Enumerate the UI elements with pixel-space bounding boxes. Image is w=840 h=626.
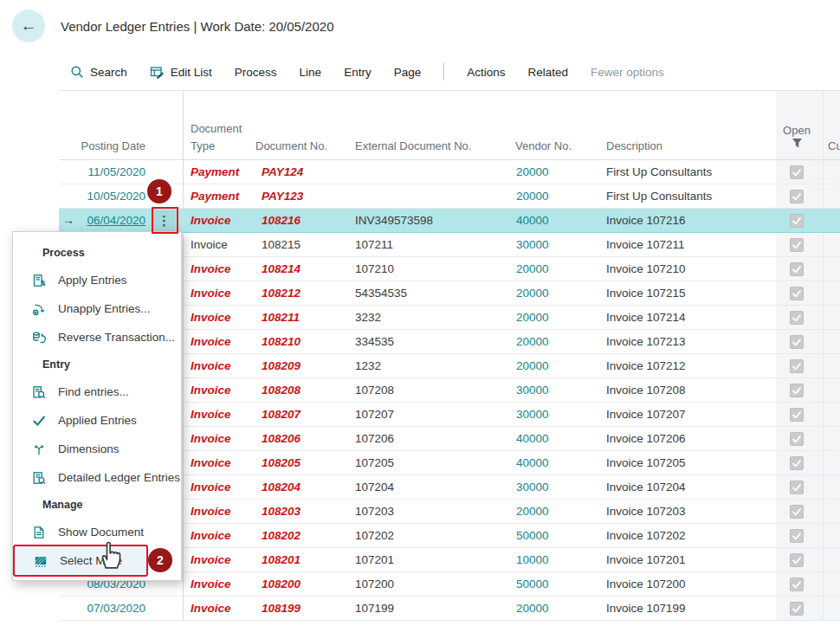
open-checkbox[interactable] — [790, 481, 804, 494]
menu-actions[interactable]: Actions — [467, 66, 505, 79]
column-header-document-no[interactable]: Document No. — [255, 139, 327, 152]
open-cell — [776, 475, 817, 499]
apply-entries-icon — [32, 274, 46, 287]
external-document-no-cell: 107210 — [355, 257, 515, 281]
vendor-no-link[interactable]: 20000 — [515, 184, 606, 208]
vendor-no-link[interactable]: 40000 — [515, 451, 606, 474]
posting-date-link[interactable]: 11/05/2020 — [78, 160, 145, 184]
open-checkbox[interactable] — [790, 505, 804, 519]
table-row[interactable]: 11/05/2020PaymentPAY12420000First Up Con… — [59, 160, 840, 184]
vendor-no-link[interactable]: 20000 — [515, 306, 606, 329]
external-document-no-cell: 107201 — [355, 548, 515, 571]
vendor-no-link[interactable]: 20000 — [515, 500, 606, 523]
vendor-no-link[interactable]: 40000 — [515, 427, 606, 450]
document-type-cell: Payment — [183, 184, 255, 208]
posting-date-link[interactable]: 10/05/2020 — [78, 184, 145, 208]
menu-item-show-document[interactable]: Show Document — [13, 518, 181, 546]
vendor-no-link[interactable]: 40000 — [515, 209, 606, 232]
open-checkbox[interactable] — [790, 553, 804, 567]
open-checkbox[interactable] — [790, 456, 804, 470]
external-document-no-cell: INV349573598 — [355, 209, 515, 232]
menu-item-label: Reverse Transaction... — [58, 331, 175, 344]
open-checkbox[interactable] — [790, 359, 804, 373]
open-checkbox[interactable] — [790, 165, 804, 179]
column-header-vendor-no[interactable]: Vendor No. — [515, 139, 572, 152]
menu-item-label: Dimensions — [58, 442, 120, 455]
open-checkbox[interactable] — [790, 408, 804, 422]
open-checkbox[interactable] — [790, 287, 804, 300]
posting-date-link[interactable]: 06/04/2020 — [78, 209, 145, 232]
description-cell: Invoice 107211 — [606, 233, 776, 256]
menu-line[interactable]: Line — [300, 66, 322, 79]
column-header-posting-date[interactable]: Posting Date — [61, 139, 145, 152]
vendor-no-link[interactable]: 30000 — [515, 233, 606, 256]
vendor-no-link[interactable]: 20000 — [515, 354, 606, 378]
back-button[interactable]: ← — [12, 10, 45, 42]
header-border — [59, 159, 840, 160]
menu-item-apply-entries[interactable]: Apply Entries — [13, 266, 181, 294]
vendor-no-link[interactable]: 20000 — [515, 257, 606, 281]
document-no-cell: 108208 — [255, 378, 355, 402]
menu-page[interactable]: Page — [394, 66, 422, 79]
open-filter-icon[interactable] — [776, 138, 817, 149]
document-type-cell: Invoice — [183, 524, 255, 547]
menu-item-applied-entries[interactable]: Applied Entries — [13, 406, 181, 435]
document-no-cell: 108204 — [255, 475, 355, 499]
vendor-no-link[interactable]: 50000 — [515, 572, 606, 596]
open-checkbox[interactable] — [790, 262, 804, 276]
open-checkbox[interactable] — [790, 335, 804, 349]
menu-item-reverse-transaction[interactable]: Reverse Transaction... — [13, 323, 181, 352]
menu-item-detailed-ledger-entries[interactable]: Detailed Ledger Entries — [13, 463, 181, 492]
open-cell — [776, 257, 817, 281]
column-header-open[interactable]: Open — [776, 124, 817, 137]
vendor-no-link[interactable]: 20000 — [515, 597, 606, 620]
open-checkbox[interactable] — [790, 190, 804, 203]
menu-item-select-more[interactable]: Select More — [15, 546, 146, 575]
column-header-partial[interactable]: Cu — [828, 139, 840, 152]
open-checkbox[interactable] — [790, 602, 804, 616]
open-checkbox[interactable] — [790, 384, 804, 397]
open-cell — [776, 548, 817, 571]
open-cell — [776, 597, 817, 620]
table-row[interactable]: 10/05/2020PaymentPAY12320000First Up Con… — [59, 184, 840, 209]
open-cell — [776, 281, 817, 305]
document-type-cell: Invoice — [183, 281, 255, 305]
open-checkbox[interactable] — [790, 578, 804, 591]
vendor-no-link[interactable]: 30000 — [515, 378, 606, 402]
open-checkbox[interactable] — [790, 238, 804, 252]
vendor-no-link[interactable]: 20000 — [515, 281, 606, 305]
menu-process[interactable]: Process — [235, 66, 277, 79]
open-checkbox[interactable] — [790, 529, 804, 543]
menu-item-find-entries[interactable]: Find entries... — [13, 378, 181, 406]
fewer-options-button[interactable]: Fewer options — [591, 66, 664, 79]
open-checkbox[interactable] — [790, 214, 804, 228]
edit-list-button[interactable]: Edit List — [150, 65, 212, 80]
vendor-no-link[interactable]: 50000 — [515, 524, 606, 547]
menu-item-unapply-entries[interactable]: Unapply Entries... — [13, 294, 181, 323]
vendor-no-link[interactable]: 20000 — [515, 330, 606, 353]
open-checkbox[interactable] — [790, 311, 804, 325]
vendor-no-link[interactable]: 10000 — [515, 548, 606, 571]
table-row[interactable]: 07/03/2020Invoice10819910719920000Invoic… — [59, 597, 840, 621]
document-type-cell: Invoice — [183, 233, 255, 256]
menu-entry[interactable]: Entry — [344, 66, 372, 79]
document-no-cell: PAY123 — [255, 184, 355, 208]
open-checkbox[interactable] — [790, 432, 804, 446]
document-type-cell: Invoice — [183, 209, 255, 232]
vendor-no-link[interactable]: 20000 — [515, 160, 606, 184]
posting-date-link[interactable]: 07/03/2020 — [78, 597, 145, 620]
menu-item-dimensions[interactable]: Dimensions — [13, 435, 181, 463]
search-button[interactable]: Search — [70, 65, 127, 79]
column-header-external-document-no[interactable]: External Document No. — [355, 139, 471, 152]
column-header-document-type[interactable]: Document Type — [191, 120, 246, 155]
document-no-cell: 108202 — [255, 524, 355, 547]
column-header-description[interactable]: Description — [606, 139, 662, 152]
vendor-no-link[interactable]: 30000 — [515, 403, 606, 426]
document-type-cell: Invoice — [183, 475, 255, 499]
open-cell — [776, 403, 817, 426]
dimensions-icon — [32, 442, 46, 456]
menu-related[interactable]: Related — [527, 66, 568, 79]
vendor-no-link[interactable]: 30000 — [515, 475, 606, 499]
document-no-cell: 108209 — [255, 354, 355, 378]
description-cell: Invoice 107202 — [606, 524, 776, 547]
